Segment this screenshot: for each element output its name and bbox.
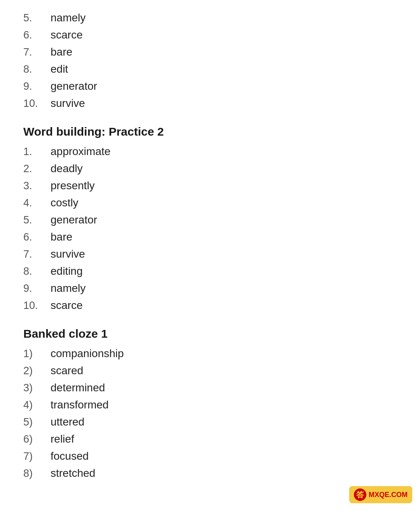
list-number: 8): [23, 467, 51, 480]
list-word: focused: [51, 450, 89, 462]
list-word: transformed: [51, 399, 108, 411]
list-word: scarce: [51, 299, 82, 312]
list-word: namely: [51, 12, 86, 24]
list-number: 2): [23, 365, 51, 377]
list-item: 9.generator: [23, 80, 397, 92]
list-item: 7.survive: [23, 248, 397, 260]
list-item: 6.bare: [23, 231, 397, 243]
list-number: 5.: [23, 214, 51, 226]
list-item: 6.scarce: [23, 29, 397, 41]
list-number: 4.: [23, 197, 51, 209]
list-number: 7.: [23, 46, 51, 58]
list-number: 1.: [23, 146, 51, 158]
list-word: bare: [51, 231, 72, 243]
list-item: 9.namely: [23, 282, 397, 295]
list-number: 7.: [23, 248, 51, 260]
list-word: determined: [51, 382, 105, 394]
list-word: survive: [51, 97, 85, 110]
watermark-text: MXQE.COM: [369, 491, 408, 499]
list-number: 8.: [23, 63, 51, 75]
list-item: 2.deadly: [23, 162, 397, 175]
list-item: 8.editing: [23, 265, 397, 277]
list-word: uttered: [51, 416, 84, 428]
list-number: 6.: [23, 231, 51, 243]
list-item: 10.survive: [23, 97, 397, 110]
list-word: editing: [51, 265, 83, 277]
list-item: 1.approximate: [23, 145, 397, 158]
list-number: 6): [23, 433, 51, 445]
list-item: 5)uttered: [23, 416, 397, 428]
list-number: 9.: [23, 80, 51, 92]
list-word: edit: [51, 63, 68, 75]
list-item: 5.generator: [23, 214, 397, 226]
section-title-banked-cloze-1: Banked cloze 1: [23, 327, 397, 340]
section-title-word-building-practice-2: Word building: Practice 2: [23, 125, 397, 138]
list-word: generator: [51, 214, 97, 226]
list-word: survive: [51, 248, 85, 260]
list-word: companionship: [51, 347, 124, 360]
list-item: 4.costly: [23, 197, 397, 209]
list-word: scarce: [51, 29, 82, 41]
list-word: presently: [51, 180, 95, 192]
list-number: 1): [23, 348, 51, 360]
section-word-building-practice-2: Word building: Practice 21.approximate2.…: [23, 125, 397, 312]
list-word: generator: [51, 80, 97, 92]
list-number: 10.: [23, 300, 51, 312]
list-word: approximate: [51, 145, 110, 158]
list-item: 4)transformed: [23, 399, 397, 411]
list-item: 10.scarce: [23, 299, 397, 312]
list-item: 8.edit: [23, 63, 397, 75]
list-number: 9.: [23, 283, 51, 295]
watermark-circle: 答: [354, 488, 366, 501]
list-item: 6)relief: [23, 433, 397, 445]
watermark: 答 MXQE.COM: [349, 486, 412, 503]
list-number: 8.: [23, 265, 51, 277]
list-word: stretched: [51, 467, 95, 480]
list-number: 3): [23, 382, 51, 394]
list-number: 4): [23, 399, 51, 411]
list-item: 8)stretched: [23, 467, 397, 480]
list-item: 7)focused: [23, 450, 397, 462]
list-number: 10.: [23, 98, 51, 110]
list-number: 7): [23, 450, 51, 462]
section-banked-cloze-1: Banked cloze 11)companionship2)scared3)d…: [23, 327, 397, 480]
list-number: 5): [23, 416, 51, 428]
list-item: 2)scared: [23, 365, 397, 377]
list-number: 5.: [23, 12, 51, 24]
list-word: deadly: [51, 162, 83, 175]
list-item: 5.namely: [23, 12, 397, 24]
list-word: namely: [51, 282, 86, 295]
list-word: costly: [51, 197, 79, 209]
list-word: scared: [51, 365, 83, 377]
list-number: 6.: [23, 29, 51, 41]
list-item: 1)companionship: [23, 347, 397, 360]
list-item: 7.bare: [23, 46, 397, 58]
list-number: 2.: [23, 163, 51, 175]
list-word: relief: [51, 433, 74, 445]
list-item: 3.presently: [23, 180, 397, 192]
list-number: 3.: [23, 180, 51, 192]
section-word-building-practice-1-tail: 5.namely6.scarce7.bare8.edit9.generator1…: [23, 12, 397, 110]
list-item: 3)determined: [23, 382, 397, 394]
list-word: bare: [51, 46, 72, 58]
